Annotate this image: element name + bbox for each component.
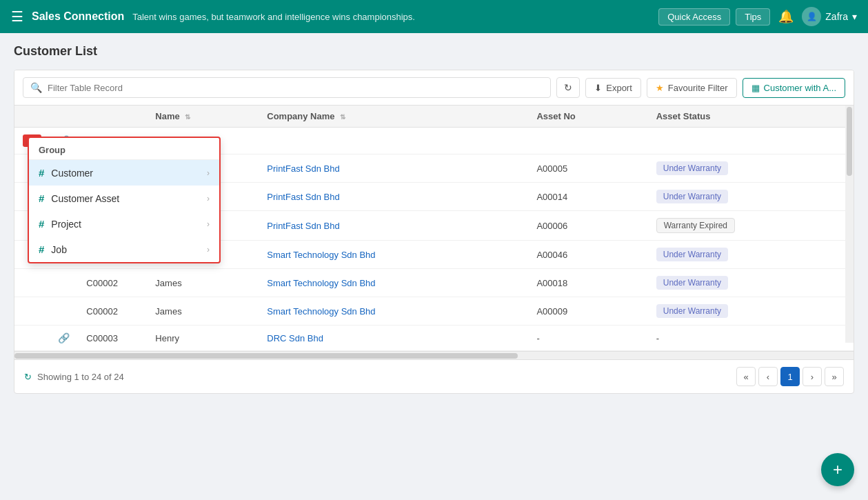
col-name: Name ⇅ xyxy=(147,106,259,128)
pagination-bar: ↻ Showing 1 to 24 of 24 « ‹ 1 › » xyxy=(14,359,854,393)
row-counter xyxy=(14,326,50,351)
sort-company-icon[interactable]: ⇅ xyxy=(340,113,345,121)
table-row: C00002 James Smart Technology Sdn Bhd A0… xyxy=(14,269,854,297)
search-icon: 🔍 xyxy=(30,82,42,93)
row-link xyxy=(50,297,78,326)
group-dropdown: Group # Customer › # Customer Asset › # … xyxy=(28,137,221,263)
sort-name-icon[interactable]: ⇅ xyxy=(185,113,190,121)
pagination-left: ↻ Showing 1 to 24 of 24 xyxy=(24,372,124,382)
pagination-refresh-icon[interactable]: ↻ xyxy=(24,372,32,382)
hash-icon: # xyxy=(39,167,44,179)
row-asset-status: Under Warranty xyxy=(648,297,854,326)
dropdown-item-project[interactable]: # Project › xyxy=(29,211,219,237)
table-header-row: Name ⇅ Company Name ⇅ Asset No xyxy=(14,106,854,128)
quick-access-button[interactable]: Quick Access xyxy=(658,8,730,26)
chevron-right-icon: › xyxy=(207,194,210,203)
toolbar: 🔍 ↻ ⬇ Export ★ Favourite Filter ▦ Custom… xyxy=(14,70,854,106)
row-asset-no: A00014 xyxy=(528,183,647,211)
user-menu[interactable]: 👤 Zafra ▾ xyxy=(802,7,857,26)
active-filter-button[interactable]: ▦ Customer with A... xyxy=(743,78,845,98)
row-asset-status: Warranty Expired xyxy=(648,211,854,241)
search-box[interactable]: 🔍 xyxy=(23,77,551,98)
row-code: C00002 xyxy=(78,297,147,326)
row-asset-status: Under Warranty xyxy=(648,241,854,269)
row-link xyxy=(50,269,78,297)
dropdown-item-job[interactable]: # Job › xyxy=(29,237,219,262)
tips-button[interactable]: Tips xyxy=(736,8,770,26)
header-subtitle: Talent wins games, but teamwork and inte… xyxy=(132,12,650,22)
notification-icon[interactable]: 🔔 xyxy=(776,6,796,27)
horizontal-scrollbar[interactable] xyxy=(14,351,854,359)
filter-label: Customer with A... xyxy=(764,83,836,93)
first-page-button[interactable]: « xyxy=(736,367,756,386)
page-title: Customer List xyxy=(14,44,854,59)
col-link xyxy=(50,106,78,128)
scrollbar-thumb xyxy=(847,107,852,176)
row-asset-no xyxy=(528,128,647,154)
table-row: C00002 James Smart Technology Sdn Bhd A0… xyxy=(14,297,854,326)
prev-page-button[interactable]: ‹ xyxy=(758,367,778,386)
app-title: Sales Connection xyxy=(32,10,124,23)
row-asset-no: A00009 xyxy=(528,297,647,326)
row-asset-no: A00046 xyxy=(528,241,647,269)
favourite-label: Favourite Filter xyxy=(668,83,728,93)
header-actions: Quick Access Tips 🔔 👤 Zafra ▾ xyxy=(658,6,857,27)
row-asset-status: - xyxy=(648,326,854,351)
chevron-right-icon: › xyxy=(207,168,210,178)
fab-button[interactable]: + xyxy=(821,453,854,486)
last-page-button[interactable]: » xyxy=(825,367,844,386)
row-asset-no: - xyxy=(528,326,647,351)
menu-icon[interactable]: ☰ xyxy=(11,8,23,25)
vertical-scrollbar[interactable] xyxy=(845,106,854,343)
chevron-right-icon: › xyxy=(207,219,210,229)
header: ☰ Sales Connection Talent wins games, bu… xyxy=(0,0,868,33)
dropdown-item-label: Customer xyxy=(51,168,93,179)
row-asset-no: A00005 xyxy=(528,154,647,183)
row-counter xyxy=(14,269,50,297)
scroll-track xyxy=(14,353,518,359)
row-company: PrintFast Sdn Bhd xyxy=(259,183,528,211)
row-company: PrintFast Sdn Bhd xyxy=(259,211,528,241)
export-icon: ⬇ xyxy=(594,83,602,93)
row-company xyxy=(259,128,528,154)
chevron-down-icon: ▾ xyxy=(852,11,857,22)
row-code: C00003 xyxy=(78,326,147,351)
favourite-filter-button[interactable]: ★ Favourite Filter xyxy=(647,78,737,98)
dropdown-item-customer-asset[interactable]: # Customer Asset › xyxy=(29,186,219,211)
page-1-button[interactable]: 1 xyxy=(780,367,800,386)
col-code xyxy=(78,106,147,128)
row-company: Smart Technology Sdn Bhd xyxy=(259,297,528,326)
row-name: James xyxy=(147,297,259,326)
hash-icon: # xyxy=(39,192,44,204)
row-asset-status xyxy=(648,128,854,154)
next-page-button[interactable]: › xyxy=(803,367,822,386)
row-name: James xyxy=(147,269,259,297)
dropdown-item-label: Customer Asset xyxy=(51,193,119,204)
hash-icon: # xyxy=(39,218,44,230)
row-asset-no: A00006 xyxy=(528,211,647,241)
user-name: Zafra xyxy=(825,11,848,22)
star-icon: ★ xyxy=(656,83,664,93)
col-company: Company Name ⇅ xyxy=(259,106,528,128)
showing-text: Showing 1 to 24 of 24 xyxy=(37,372,124,382)
search-input[interactable] xyxy=(48,83,543,93)
col-rownum xyxy=(14,106,50,128)
row-asset-no: A00018 xyxy=(528,269,647,297)
filter-icon: ▦ xyxy=(751,83,760,93)
chevron-right-icon: › xyxy=(207,245,210,254)
export-button[interactable]: ⬇ Export xyxy=(585,78,641,98)
table-row: 🔗 C00003 Henry DRC Sdn Bhd - - xyxy=(14,326,854,351)
external-link-icon[interactable]: 🔗 xyxy=(58,332,70,343)
row-asset-status: Under Warranty xyxy=(648,269,854,297)
refresh-button[interactable]: ↻ xyxy=(556,77,580,98)
dropdown-header: Group xyxy=(29,138,219,160)
row-link: 🔗 xyxy=(50,326,78,351)
dropdown-item-label: Project xyxy=(51,219,81,230)
dropdown-item-customer[interactable]: # Customer › xyxy=(29,160,219,186)
col-asset-no: Asset No xyxy=(528,106,647,128)
dropdown-item-label: Job xyxy=(51,244,67,255)
hash-icon: # xyxy=(39,243,44,255)
row-company: Smart Technology Sdn Bhd xyxy=(259,241,528,269)
row-asset-status: Under Warranty xyxy=(648,154,854,183)
col-asset-status: Asset Status xyxy=(648,106,854,128)
